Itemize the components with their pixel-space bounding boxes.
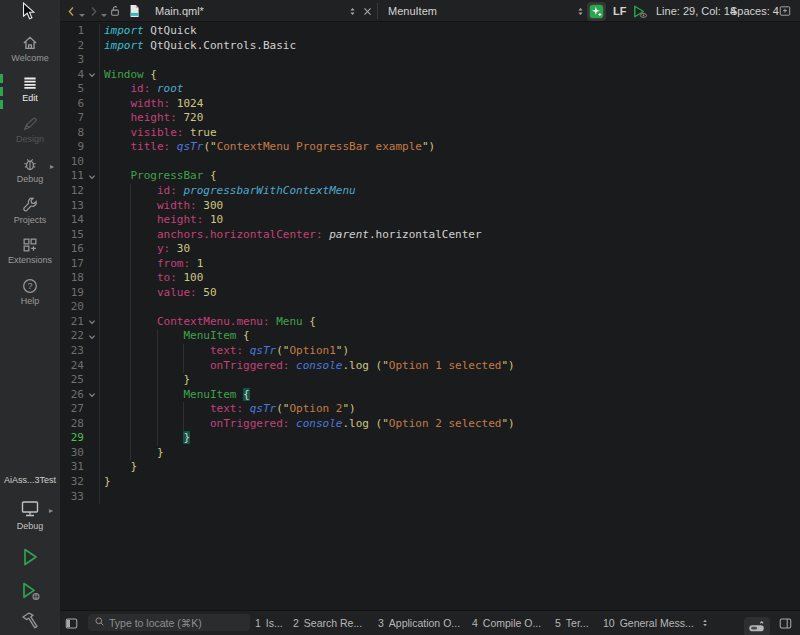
lock-icon[interactable]	[108, 0, 122, 22]
code-line[interactable]: 32}	[60, 475, 800, 490]
gutter[interactable]: 10	[60, 155, 100, 170]
code-text[interactable]: MenuItem {	[100, 329, 800, 344]
code-text[interactable]: ContextMenu.menu: Menu {	[100, 315, 800, 330]
code-text[interactable]: }	[100, 373, 800, 388]
debug-submenu-arrow-icon[interactable]: ▸	[50, 162, 54, 171]
code-line[interactable]: 4Window {	[60, 68, 800, 83]
toggle-left-sidebar-icon[interactable]	[64, 611, 79, 635]
code-line[interactable]: 14 height: 10	[60, 213, 800, 228]
code-line[interactable]: 33	[60, 490, 800, 505]
gutter[interactable]: 4	[60, 68, 100, 83]
code-text[interactable]	[100, 300, 800, 315]
code-text[interactable]: text: qsTr("Option1")	[100, 344, 800, 359]
sidebar-item-edit[interactable]: Edit	[0, 69, 60, 110]
gutter[interactable]: 28	[60, 417, 100, 432]
code-text[interactable]: ProgressBar {	[100, 169, 800, 184]
sidebar-item-debug[interactable]: Debug▸	[0, 150, 60, 191]
sidebar-item-extensions[interactable]: Extensions	[0, 231, 60, 272]
gutter[interactable]: 21	[60, 315, 100, 330]
code-text[interactable]: onTriggered: console.log ("Option 2 sele…	[100, 417, 800, 432]
close-document-icon[interactable]	[362, 0, 373, 22]
code-text[interactable]: y: 30	[100, 242, 800, 257]
code-line[interactable]: 12 id: progressbarWithContextMenu	[60, 184, 800, 199]
project-name-button[interactable]: AiAss...3Test	[0, 475, 60, 485]
output-panel-toggle-button[interactable]	[744, 614, 770, 635]
code-text[interactable]: }	[100, 446, 800, 461]
code-text[interactable]: height: 720	[100, 111, 800, 126]
code-text[interactable]: onTriggered: console.log ("Option 1 sele…	[100, 359, 800, 374]
output-pane-button-10[interactable]: 10General Mess...	[603, 611, 694, 635]
code-line[interactable]: 10	[60, 155, 800, 170]
gutter[interactable]: 18	[60, 271, 100, 286]
code-line[interactable]: 31 }	[60, 460, 800, 475]
code-text[interactable]: id: root	[100, 82, 800, 97]
code-text[interactable]: title: qsTr("ContextMenu ProgressBar exa…	[100, 140, 800, 155]
gutter[interactable]: 9	[60, 140, 100, 155]
nav-forward-dropdown-icon[interactable]	[101, 14, 107, 17]
gutter[interactable]: 24	[60, 359, 100, 374]
fold-marker-icon[interactable]	[84, 315, 99, 330]
code-line[interactable]: 23 text: qsTr("Option1")	[60, 344, 800, 359]
code-text[interactable]: anchors.horizontalCenter: parent.horizon…	[100, 228, 800, 243]
code-text[interactable]: }	[100, 460, 800, 475]
code-line[interactable]: 29 }	[60, 431, 800, 446]
gutter[interactable]: 7	[60, 111, 100, 126]
fold-marker-icon[interactable]	[84, 68, 99, 83]
sidebar-item-help[interactable]: ?Help	[0, 271, 60, 312]
code-editor[interactable]: 1import QtQuick2import QtQuick.Controls.…	[60, 22, 800, 610]
code-line[interactable]: 6 width: 1024	[60, 97, 800, 112]
code-line[interactable]: 24 onTriggered: console.log ("Option 1 s…	[60, 359, 800, 374]
code-line[interactable]: 19 value: 50	[60, 286, 800, 301]
gutter[interactable]: 20	[60, 300, 100, 315]
code-area[interactable]: 1import QtQuick2import QtQuick.Controls.…	[60, 24, 800, 504]
symbol-selector[interactable]: MenuItem	[388, 0, 437, 22]
nav-back-button[interactable]	[65, 0, 85, 22]
sidebar-item-welcome[interactable]: Welcome	[0, 28, 60, 69]
code-line[interactable]: 25 }	[60, 373, 800, 388]
code-line[interactable]: 11 ProgressBar {	[60, 169, 800, 184]
gutter[interactable]: 15	[60, 228, 100, 243]
code-line[interactable]: 18 to: 100	[60, 271, 800, 286]
code-text[interactable]: }	[100, 475, 800, 490]
code-line[interactable]: 20	[60, 300, 800, 315]
code-line[interactable]: 9 title: qsTr("ContextMenu ProgressBar e…	[60, 140, 800, 155]
code-text[interactable]: }	[100, 431, 800, 446]
output-pane-button-1[interactable]: 1Is...	[255, 611, 283, 635]
gutter[interactable]: 8	[60, 126, 100, 141]
code-line[interactable]: 21 ContextMenu.menu: Menu {	[60, 315, 800, 330]
fold-marker-icon[interactable]	[84, 388, 99, 403]
code-text[interactable]: height: 10	[100, 213, 800, 228]
gutter[interactable]: 19	[60, 286, 100, 301]
code-line[interactable]: 15 anchors.horizontalCenter: parent.hori…	[60, 228, 800, 243]
code-text[interactable]: value: 50	[100, 286, 800, 301]
gutter[interactable]: 11	[60, 169, 100, 184]
code-text[interactable]: text: qsTr("Option 2")	[100, 402, 800, 417]
gutter[interactable]: 12	[60, 184, 100, 199]
code-line[interactable]: 28 onTriggered: console.log ("Option 2 s…	[60, 417, 800, 432]
code-line[interactable]: 30 }	[60, 446, 800, 461]
code-text[interactable]	[100, 53, 800, 68]
gutter[interactable]: 1	[60, 24, 100, 39]
split-editor-icon[interactable]	[778, 0, 792, 22]
nav-back-dropdown-icon[interactable]	[79, 14, 85, 17]
line-ending-indicator[interactable]: LF	[613, 0, 626, 22]
indentation-indicator[interactable]: Spaces: 4	[730, 0, 779, 22]
symbol-selector-dropdown-icon[interactable]	[575, 0, 586, 22]
code-text[interactable]: import QtQuick	[100, 24, 800, 39]
cursor-position-indicator[interactable]: Line: 29, Col: 14	[656, 0, 736, 22]
output-pane-dropdown-icon[interactable]	[700, 611, 710, 635]
gutter[interactable]: 3	[60, 53, 100, 68]
sidebar-item-projects[interactable]: Projects	[0, 190, 60, 231]
document-title[interactable]: Main.qml*	[155, 0, 204, 22]
gutter[interactable]: 33	[60, 490, 100, 505]
gutter[interactable]: 6	[60, 97, 100, 112]
code-line[interactable]: 26 MenuItem {	[60, 388, 800, 403]
code-line[interactable]: 3	[60, 53, 800, 68]
code-text[interactable]: MenuItem {	[100, 388, 800, 403]
document-dropdown-icon[interactable]	[347, 0, 358, 22]
gutter[interactable]: 13	[60, 199, 100, 214]
code-line[interactable]: 1import QtQuick	[60, 24, 800, 39]
kit-selector-button[interactable]: ▸ Debug	[0, 498, 60, 531]
output-pane-button-2[interactable]: 2Search Re...	[293, 611, 362, 635]
code-text[interactable]: Window {	[100, 68, 800, 83]
